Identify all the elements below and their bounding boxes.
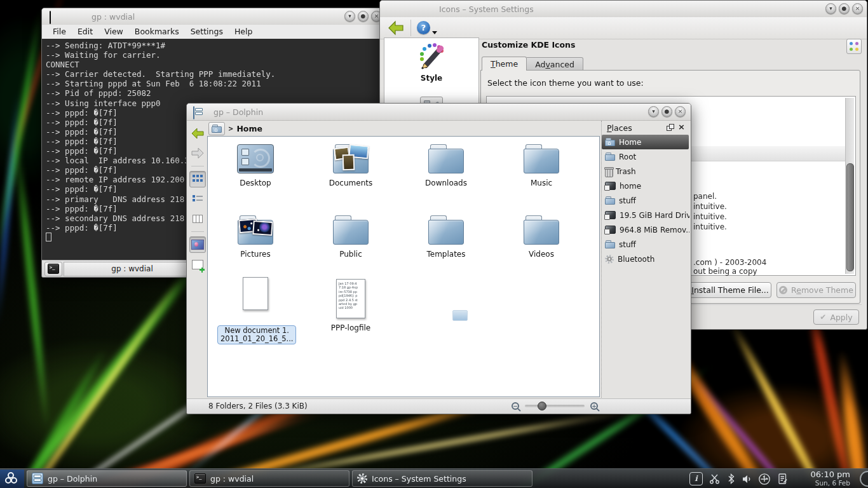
taskbar: gp – Dolphin gp : wvdial Icons – System … xyxy=(0,468,868,488)
file-item-documents[interactable]: Documents xyxy=(313,142,389,187)
close-button[interactable]: × xyxy=(852,3,863,14)
zoom-out-icon[interactable] xyxy=(512,402,519,410)
file-item-new-document[interactable]: New document 1. 2011_01_20_16_5... xyxy=(217,275,294,344)
place-removable[interactable]: 964.8 MiB Remov... xyxy=(602,222,689,237)
back-button[interactable] xyxy=(388,20,404,36)
konsole-window-title: gp : wvdial xyxy=(92,12,135,22)
clock[interactable]: 06:10 pm Sun, 6 Feb xyxy=(810,470,850,487)
back-button[interactable] xyxy=(189,125,206,142)
folder-icon xyxy=(333,215,369,245)
close-button[interactable]: × xyxy=(675,106,686,117)
device-notifier-icon[interactable] xyxy=(758,473,771,485)
task-dolphin[interactable]: gp – Dolphin xyxy=(27,470,187,487)
file-item-ppp-logfile[interactable]: Jan 17 09:47:18 gp-Aspire-5738 pppd[1946… xyxy=(313,275,389,332)
file-item-downloads[interactable]: Downloads xyxy=(408,142,484,187)
menu-view[interactable]: View xyxy=(98,25,129,39)
task-system-settings[interactable]: Icons – System Settings xyxy=(352,470,532,487)
clipboard-notes-icon[interactable] xyxy=(777,473,788,485)
file-label: Desktop xyxy=(217,179,294,187)
maximize-button[interactable]: ● xyxy=(358,11,369,22)
forward-button[interactable] xyxy=(189,145,206,161)
zoom-in-icon[interactable] xyxy=(590,402,598,410)
file-label: Public xyxy=(313,250,389,259)
close-panel-icon[interactable]: × xyxy=(678,122,685,132)
file-label: Videos xyxy=(503,250,580,259)
icons-view-button[interactable] xyxy=(189,171,206,187)
place-bluetooth[interactable]: Bluetooth xyxy=(602,252,689,266)
scrollbar-thumb[interactable] xyxy=(846,163,854,271)
system-settings-window-title: Icons – System Settings xyxy=(439,4,534,14)
menu-bookmarks[interactable]: Bookmarks xyxy=(129,25,185,39)
help-button[interactable]: ? xyxy=(417,21,430,34)
notifications-icon[interactable]: i xyxy=(689,472,703,485)
file-item-pictures[interactable]: Pictures xyxy=(217,213,294,259)
theme-credit-line: out being a copy xyxy=(693,267,757,276)
float-panel-icon[interactable] xyxy=(667,124,673,130)
remove-theme-button[interactable]: Remove Theme xyxy=(776,282,856,298)
minimize-button[interactable]: ▾ xyxy=(344,11,355,22)
menu-help[interactable]: Help xyxy=(229,25,259,39)
breadcrumb-home-button[interactable]: ⌂ xyxy=(208,122,225,135)
zoom-slider-handle[interactable] xyxy=(538,402,546,410)
theme-credit-line: .com ) - 2003-2004 xyxy=(693,258,766,267)
klipper-scissors-icon[interactable] xyxy=(709,473,720,484)
style-item[interactable]: Style xyxy=(384,42,478,83)
maximize-button[interactable]: ● xyxy=(839,3,850,14)
apply-button[interactable]: ✔ Apply xyxy=(813,309,859,325)
selected-file-label: New document 1. 2011_01_20_16_5... xyxy=(217,325,296,344)
zoom-slider[interactable] xyxy=(525,405,585,407)
file-item-music[interactable]: Music xyxy=(503,142,580,187)
split-view-button[interactable] xyxy=(189,256,206,273)
chevron-right-icon: > xyxy=(228,125,233,132)
dot-icon xyxy=(855,48,858,51)
menu-edit[interactable]: Edit xyxy=(72,25,98,39)
konsole-tab[interactable]: gp : wvdial xyxy=(64,262,201,276)
place-home-partition[interactable]: home xyxy=(602,179,689,193)
place-root[interactable]: Root xyxy=(602,149,689,164)
app-launcher-button[interactable] xyxy=(0,470,24,488)
dot-icon xyxy=(850,48,853,51)
minimize-button[interactable]: ▾ xyxy=(825,3,836,14)
file-item-videos[interactable]: Videos xyxy=(503,213,580,259)
scrollbar[interactable] xyxy=(845,98,854,274)
bluetooth-icon[interactable] xyxy=(726,473,736,484)
home-folder-icon: ⌂ xyxy=(212,125,222,133)
menu-file[interactable]: File xyxy=(47,25,72,39)
overview-button[interactable] xyxy=(846,39,862,54)
menu-settings[interactable]: Settings xyxy=(185,25,229,39)
tab-theme[interactable]: Theme xyxy=(482,57,527,71)
file-item-public[interactable]: Public xyxy=(313,213,389,259)
place-hard-drive[interactable]: 19.5 GiB Hard Drive xyxy=(602,208,689,222)
terminal-icon xyxy=(48,264,59,274)
file-item-desktop[interactable]: Desktop xyxy=(217,142,294,187)
file-item-templates[interactable]: Templates xyxy=(408,213,484,259)
trash-icon xyxy=(605,167,612,176)
check-icon: ✔ xyxy=(820,313,826,322)
install-theme-button[interactable]: Install Theme File... xyxy=(677,282,771,298)
list-text-fragment: intuitive. xyxy=(693,212,727,221)
breadcrumb-home[interactable]: Home xyxy=(236,124,262,133)
place-stuff2[interactable]: stuff xyxy=(602,237,689,252)
maximize-button[interactable]: ● xyxy=(661,106,672,117)
file-label: Documents xyxy=(313,179,389,187)
folder-view[interactable]: Desktop Documents Downloads Music Pictur… xyxy=(207,136,600,397)
apply-label: Apply xyxy=(830,313,852,322)
tab-advanced[interactable]: Advanced xyxy=(527,57,583,71)
konsole-titlebar[interactable]: gp : wvdial ▾ ● × xyxy=(42,8,385,25)
removable-drive-icon xyxy=(605,226,616,234)
place-home[interactable]: ⌂ Home xyxy=(602,135,689,149)
minimize-button[interactable]: ▾ xyxy=(648,106,659,117)
place-stuff[interactable]: stuff xyxy=(602,193,689,208)
dot-icon xyxy=(850,42,853,45)
system-settings-toolbar: ? xyxy=(380,17,867,39)
columns-view-button[interactable] xyxy=(189,210,206,227)
place-trash[interactable]: Trash xyxy=(602,164,689,179)
volume-icon[interactable] xyxy=(742,474,752,484)
preview-button[interactable] xyxy=(189,236,206,253)
task-konsole[interactable]: gp : wvdial xyxy=(189,470,349,487)
dolphin-titlebar[interactable]: gp – Dolphin ▾ ● × xyxy=(187,104,691,121)
panel-toolbox-icon[interactable] xyxy=(860,471,868,487)
new-tab-button[interactable] xyxy=(44,262,62,276)
system-settings-titlebar[interactable]: Icons – System Settings ▾ ● × xyxy=(380,1,867,18)
details-view-button[interactable] xyxy=(189,191,206,207)
